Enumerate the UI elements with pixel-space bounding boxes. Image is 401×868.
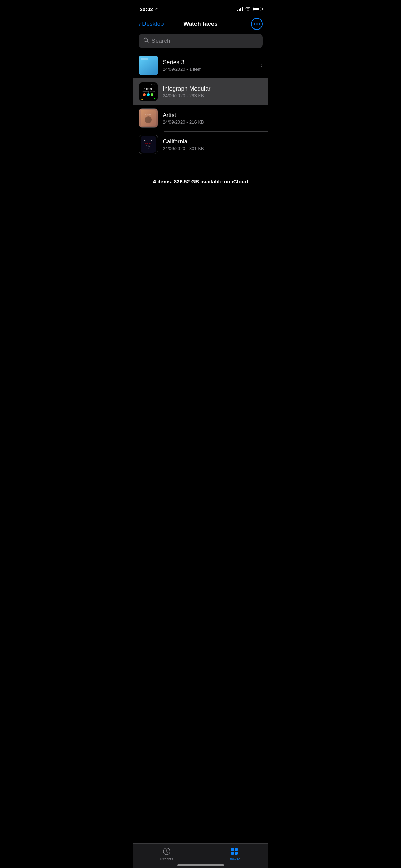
signal-bars-icon [237, 7, 243, 11]
storage-status-text: 4 items, 836.52 GB available on iCloud [153, 178, 248, 184]
back-button[interactable]: ‹ Desktop [139, 20, 166, 28]
signal-bar-4 [242, 7, 243, 11]
signal-bar-3 [240, 8, 241, 11]
back-chevron-icon: ‹ [139, 20, 141, 28]
file-name: Infograph Modular [163, 85, 263, 92]
more-button[interactable] [251, 18, 263, 30]
list-item[interactable]: Series 3 24/09/2020 - 1 item › [133, 52, 268, 78]
status-time: 20:02 ↗ [140, 6, 158, 12]
file-info: California 24/09/2020 - 301 KB [163, 138, 263, 151]
file-name: Artist [163, 112, 263, 119]
search-icon [143, 37, 149, 44]
battery-icon [253, 7, 261, 11]
signal-bar-1 [237, 10, 238, 11]
time-display: 20:02 [140, 6, 153, 12]
nav-header: ‹ Desktop Watch faces [133, 15, 268, 34]
status-bar: 20:02 ↗ [133, 0, 268, 15]
status-icons [237, 7, 261, 12]
file-meta: 24/09/2020 - 301 KB [163, 146, 263, 151]
file-meta: 24/09/2020 - 293 KB [163, 93, 263, 98]
watchface-thumbnail-infograph: FRI 22 10:09 Training Today 🌙 ● [139, 82, 158, 101]
watchface-thumbnail-artist: 10/09 [139, 108, 158, 128]
wifi-icon [245, 7, 251, 12]
tab-bar-spacer [133, 192, 268, 219]
page-title: Watch faces [183, 20, 218, 27]
file-name: California [163, 138, 263, 145]
footer-status: 4 items, 836.52 GB available on iCloud [133, 172, 268, 192]
search-bar[interactable]: Search [139, 34, 263, 48]
more-dots-icon [254, 23, 260, 25]
battery-fill [253, 8, 260, 10]
file-list: Series 3 24/09/2020 - 1 item › FRI 22 10… [133, 52, 268, 158]
list-item[interactable]: FRI 22 10:09 Training Today 🌙 ● Infograp… [133, 78, 268, 105]
search-container: Search [133, 34, 268, 52]
file-meta: 24/09/2020 - 1 item [163, 67, 256, 72]
file-info: Infograph Modular 24/09/2020 - 293 KB [163, 85, 263, 98]
watchface-thumbnail-california: XI X FRI 23 8⊙4 5 [139, 135, 158, 154]
file-name: Series 3 [163, 59, 256, 66]
location-icon: ↗ [154, 7, 158, 11]
list-item[interactable]: 10/09 Artist 24/09/2020 - 216 KB [133, 105, 268, 131]
file-info: Series 3 24/09/2020 - 1 item [163, 59, 256, 72]
list-item[interactable]: XI X FRI 23 8⊙4 5 California 24/09/2020 … [133, 131, 268, 158]
folder-thumbnail [139, 56, 158, 75]
back-label: Desktop [142, 20, 164, 27]
chevron-right-icon: › [261, 62, 262, 68]
file-info: Artist 24/09/2020 - 216 KB [163, 112, 263, 125]
signal-bar-2 [239, 9, 240, 11]
search-placeholder: Search [152, 37, 170, 44]
file-meta: 24/09/2020 - 216 KB [163, 119, 263, 125]
